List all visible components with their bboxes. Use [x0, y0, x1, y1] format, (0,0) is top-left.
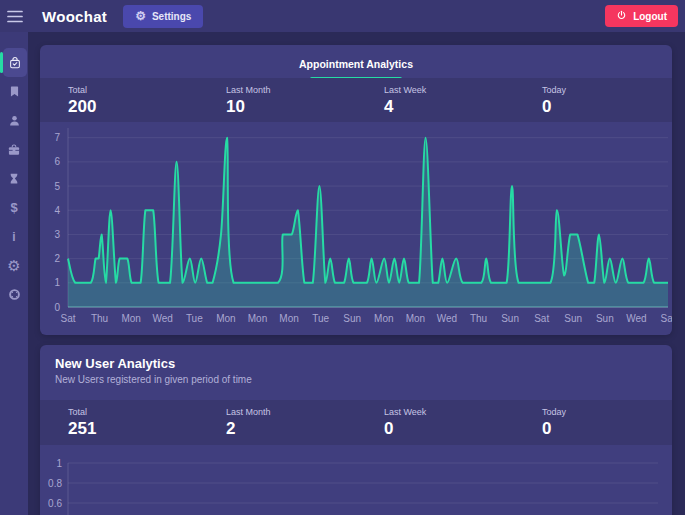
svg-text:1: 1 [56, 458, 62, 469]
stat-label: Today [542, 85, 672, 95]
gear-icon: ⚙ [7, 258, 20, 273]
svg-text:Tue: Tue [312, 313, 329, 324]
sidebar-item-support[interactable] [0, 280, 28, 309]
svg-text:Mon: Mon [121, 313, 140, 324]
stat-total: Total 251 [40, 400, 198, 445]
sidebar: $ i ⚙ [0, 32, 28, 515]
svg-text:Sun: Sun [564, 313, 582, 324]
briefcase-icon [7, 143, 21, 157]
svg-text:0: 0 [54, 302, 60, 313]
svg-text:Sat: Sat [534, 313, 549, 324]
new-user-analytics-chart: 10.80.6 [40, 445, 672, 515]
settings-label: Settings [152, 11, 191, 22]
logout-label: Logout [633, 11, 667, 22]
card-title: New User Analytics [55, 356, 252, 371]
sidebar-item-billing[interactable]: $ [0, 193, 28, 222]
stat-value: 0 [384, 419, 514, 439]
settings-button[interactable]: ⚙ Settings [123, 5, 203, 28]
svg-text:6: 6 [54, 156, 60, 167]
life-ring-icon [8, 288, 21, 301]
stat-label: Today [542, 407, 672, 417]
dollar-icon: $ [10, 201, 17, 214]
stat-value: 10 [226, 97, 356, 117]
svg-text:0.8: 0.8 [48, 478, 62, 489]
svg-text:7: 7 [54, 132, 60, 143]
svg-text:2: 2 [54, 253, 60, 264]
stat-value: 0 [542, 419, 672, 439]
svg-text:Mon: Mon [279, 313, 298, 324]
stat-label: Last Week [384, 85, 514, 95]
appointment-stats-band: Total 200 Last Month 10 Last Week 4 Toda… [40, 78, 672, 122]
stat-value: 0 [542, 97, 672, 117]
svg-text:Sun: Sun [596, 313, 614, 324]
power-icon [616, 10, 627, 23]
stat-value: 200 [68, 97, 198, 117]
tab-label: Appointment Analytics [299, 58, 413, 70]
sidebar-item-users[interactable] [0, 106, 28, 135]
svg-text:4: 4 [54, 205, 60, 216]
svg-text:Sun: Sun [343, 313, 361, 324]
stat-label: Total [68, 407, 198, 417]
stat-value: 2 [226, 419, 356, 439]
new-user-analytics-card: New User Analytics New Users registered … [40, 345, 672, 515]
sidebar-item-appointments[interactable] [3, 48, 27, 77]
stat-today: Today 0 [514, 78, 672, 122]
active-indicator [0, 52, 3, 73]
svg-text:Wed: Wed [437, 313, 457, 324]
svg-text:Mon: Mon [248, 313, 267, 324]
sidebar-item-history[interactable] [0, 164, 28, 193]
stat-today: Today 0 [514, 400, 672, 445]
svg-text:Mon: Mon [374, 313, 393, 324]
sidebar-item-settings[interactable]: ⚙ [0, 251, 28, 280]
info-icon: i [12, 231, 15, 243]
svg-text:Thu: Thu [91, 313, 108, 324]
svg-text:Sun: Sun [501, 313, 519, 324]
svg-text:Thu: Thu [470, 313, 487, 324]
stat-last-week: Last Week 0 [356, 400, 514, 445]
sidebar-item-business[interactable] [0, 135, 28, 164]
stat-label: Last Week [384, 407, 514, 417]
hourglass-icon [8, 172, 20, 185]
svg-text:Sat: Sat [660, 313, 672, 324]
navbar: Woochat ⚙ Settings Logout [0, 0, 685, 32]
appointment-analytics-chart: 01234567SatThuMonWedTueMonMonMonTueSunMo… [40, 123, 672, 335]
tab-bar: Appointment Analytics [40, 45, 672, 80]
bag-check-icon [8, 56, 22, 70]
card-subtitle: New Users registered in given period of … [55, 374, 252, 385]
user-icon [8, 114, 21, 127]
stat-last-month: Last Month 2 [198, 400, 356, 445]
app-title: Woochat [42, 8, 107, 25]
sidebar-item-bookmarks[interactable] [0, 77, 28, 106]
svg-text:Tue: Tue [186, 313, 203, 324]
gear-icon: ⚙ [135, 9, 146, 23]
bookmark-icon [8, 85, 21, 98]
svg-text:5: 5 [54, 181, 60, 192]
card-header: New User Analytics New Users registered … [55, 356, 252, 385]
menu-icon[interactable] [0, 10, 30, 23]
stat-label: Total [68, 85, 198, 95]
svg-text:Mon: Mon [406, 313, 425, 324]
stat-value: 251 [68, 419, 198, 439]
appointment-analytics-card: Appointment Analytics Total 200 Last Mon… [40, 45, 672, 335]
stat-label: Last Month [226, 85, 356, 95]
svg-text:3: 3 [54, 229, 60, 240]
new-user-stats-band: Total 251 Last Month 2 Last Week 0 Today… [40, 400, 672, 445]
stat-last-month: Last Month 10 [198, 78, 356, 122]
stat-total: Total 200 [40, 78, 198, 122]
sidebar-item-info[interactable]: i [0, 222, 28, 251]
svg-text:Wed: Wed [626, 313, 646, 324]
svg-text:Mon: Mon [216, 313, 235, 324]
stat-label: Last Month [226, 407, 356, 417]
svg-text:Wed: Wed [153, 313, 173, 324]
tab-appointment-analytics[interactable]: Appointment Analytics [299, 54, 413, 80]
svg-text:0.6: 0.6 [48, 498, 62, 509]
svg-text:Sat: Sat [60, 313, 75, 324]
stat-value: 4 [384, 97, 514, 117]
stat-last-week: Last Week 4 [356, 78, 514, 122]
logout-button[interactable]: Logout [605, 5, 678, 27]
svg-text:1: 1 [54, 277, 60, 288]
